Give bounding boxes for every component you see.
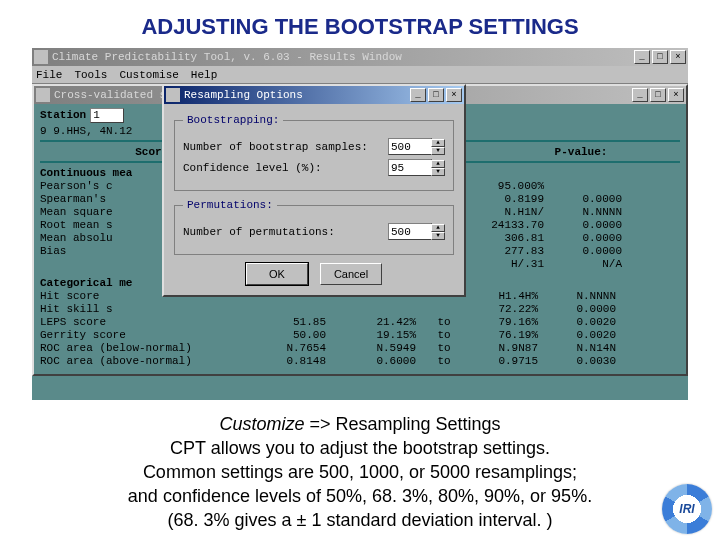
spin-up-icon[interactable]: ▲ [431, 224, 445, 232]
cell: N/A [562, 258, 622, 271]
confidence-input[interactable] [388, 159, 432, 176]
station-field[interactable]: 1 [90, 108, 124, 123]
close-button[interactable]: × [668, 88, 684, 102]
caption-lead: Customize [219, 414, 304, 434]
cell: 0.0020 [556, 329, 616, 342]
cell [562, 180, 622, 193]
ok-button[interactable]: OK [246, 263, 308, 285]
maximize-button[interactable]: □ [652, 50, 668, 64]
permutations-label: Number of permutations: [183, 226, 388, 238]
boot-samples-spinner[interactable]: ▲▼ [388, 138, 445, 155]
permutations-spinner[interactable]: ▲▼ [388, 223, 445, 240]
cell: 306.81 [474, 232, 544, 245]
cell: 79.16% [472, 316, 538, 329]
cell: N.N14N [556, 342, 616, 355]
cell: N.NNNN [562, 206, 622, 219]
menu-customise[interactable]: Customise [119, 69, 178, 81]
parent-window: Climate Predictability Tool, v. 6.03 - R… [32, 48, 688, 84]
station-label: Station [40, 109, 86, 122]
caption-line: Common settings are 500, 1000, or 5000 r… [143, 462, 577, 482]
cell [268, 303, 326, 316]
bootstrap-group: Bootstrapping: Number of bootstrap sampl… [174, 114, 454, 191]
minimize-button[interactable]: _ [632, 88, 648, 102]
cell [344, 303, 416, 316]
cell: N.9N87 [472, 342, 538, 355]
caption-line: CPT allows you to adjust the bootstrap s… [170, 438, 550, 458]
cell: 76.19% [472, 329, 538, 342]
cell: ROC area (below-normal) [40, 342, 250, 355]
col-pvalue: P-value: [546, 146, 616, 159]
caption-line: and confidence levels of 50%, 68. 3%, 80… [128, 486, 592, 506]
cell: H1.4H% [472, 290, 538, 303]
resampling-dialog: Resampling Options _ □ × Bootstrapping: … [162, 84, 466, 297]
cell: 51.85 [268, 316, 326, 329]
cell: 0.0000 [556, 303, 616, 316]
cell: 0.0020 [556, 316, 616, 329]
permutations-group: Permutations: Number of permutations: ▲▼ [174, 199, 454, 255]
cancel-button[interactable]: Cancel [320, 263, 382, 285]
cell: 0.0000 [562, 193, 622, 206]
table-row: ROC area (above-normal)0.81480.6000to0.9… [40, 355, 680, 368]
menu-file[interactable]: File [36, 69, 62, 81]
dialog-body: Bootstrapping: Number of bootstrap sampl… [164, 104, 464, 295]
spin-down-icon[interactable]: ▼ [431, 147, 445, 155]
maximize-button[interactable]: □ [650, 88, 666, 102]
cell: Gerrity score [40, 329, 250, 342]
cell: to [434, 355, 454, 368]
cell: H/.31 [474, 258, 544, 271]
confidence-spinner[interactable]: ▲▼ [388, 159, 445, 176]
close-button[interactable]: × [446, 88, 462, 102]
cell: 72.22% [472, 303, 538, 316]
slide-title: ADJUSTING THE BOOTSTRAP SETTINGS [0, 0, 720, 48]
table-row: Gerrity score50.0019.15%to76.19%0.0020 [40, 329, 680, 342]
menu-help[interactable]: Help [191, 69, 217, 81]
cell: 0.6000 [344, 355, 416, 368]
cell: N.7654 [268, 342, 326, 355]
window-icon [36, 88, 50, 102]
menubar: File Tools Customise Help [32, 66, 688, 84]
spin-up-icon[interactable]: ▲ [431, 139, 445, 147]
cell: 24133.70 [474, 219, 544, 232]
cell: Hit skill s [40, 303, 250, 316]
minimize-button[interactable]: _ [634, 50, 650, 64]
parent-title-text: Climate Predictability Tool, v. 6.03 - R… [52, 51, 402, 63]
cell: 0.9715 [472, 355, 538, 368]
permutations-input[interactable] [388, 223, 432, 240]
cell: 0.0030 [556, 355, 616, 368]
cell: N.NNNN [556, 290, 616, 303]
cell: N.H1N/ [474, 206, 544, 219]
boot-samples-label: Number of bootstrap samples: [183, 141, 388, 153]
dialog-icon [166, 88, 180, 102]
parent-titlebar: Climate Predictability Tool, v. 6.03 - R… [32, 48, 688, 66]
dialog-title-text: Resampling Options [184, 89, 303, 101]
spin-down-icon[interactable]: ▼ [431, 168, 445, 176]
caption: Customize => Resampling Settings CPT all… [0, 400, 720, 532]
maximize-button[interactable]: □ [428, 88, 444, 102]
table-row: ROC area (below-normal)N.7654N.5949toN.9… [40, 342, 680, 355]
cell: LEPS score [40, 316, 250, 329]
dialog-titlebar: Resampling Options _ □ × [164, 86, 464, 104]
cell: 21.42% [344, 316, 416, 329]
cell: ROC area (above-normal) [40, 355, 250, 368]
app-icon [34, 50, 48, 64]
spin-up-icon[interactable]: ▲ [431, 160, 445, 168]
table-row: Hit skill s72.22%0.0000 [40, 303, 680, 316]
cell: to [434, 316, 454, 329]
permutations-legend: Permutations: [183, 199, 277, 211]
bootstrap-legend: Bootstrapping: [183, 114, 283, 126]
iri-logo: IRI [662, 484, 712, 534]
menu-tools[interactable]: Tools [74, 69, 107, 81]
cell: 95.000% [474, 180, 544, 193]
caption-lead2: => Resampling Settings [304, 414, 500, 434]
boot-samples-input[interactable] [388, 138, 432, 155]
caption-line: (68. 3% gives a ± 1 standard deviation i… [167, 510, 552, 530]
minimize-button[interactable]: _ [410, 88, 426, 102]
close-button[interactable]: × [670, 50, 686, 64]
cell: 0.0000 [562, 232, 622, 245]
cell [434, 303, 454, 316]
cell: N.5949 [344, 342, 416, 355]
table-row: LEPS score51.8521.42%to79.16%0.0020 [40, 316, 680, 329]
cell: to [434, 329, 454, 342]
spin-down-icon[interactable]: ▼ [431, 232, 445, 240]
cell: 0.8148 [268, 355, 326, 368]
